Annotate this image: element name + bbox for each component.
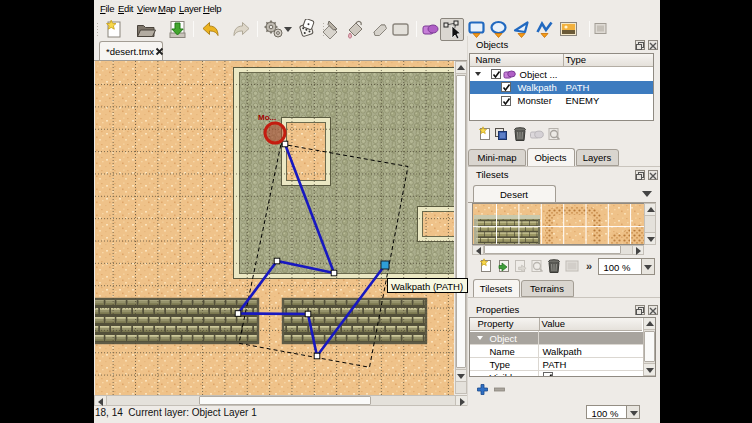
svg-text:Mo...: Mo... — [258, 113, 276, 122]
